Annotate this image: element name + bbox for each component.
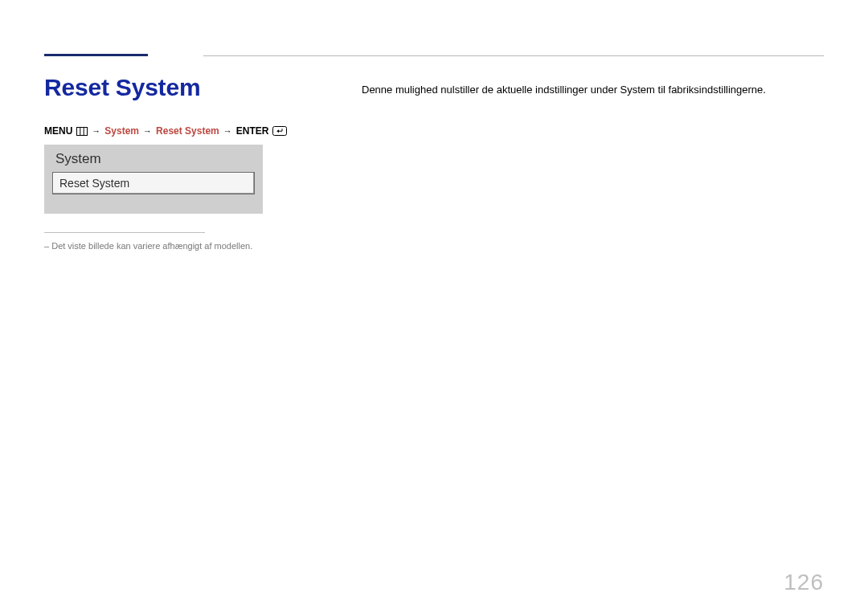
page-number: 126	[784, 570, 824, 595]
breadcrumb-arrow-icon: →	[92, 125, 100, 137]
accent-rule	[44, 54, 148, 56]
breadcrumb-arrow-icon: →	[223, 125, 232, 137]
page-title: Reset System	[44, 74, 200, 101]
top-rule	[203, 55, 824, 56]
menu-panel: System Reset System	[44, 145, 263, 214]
menu-item-reset-system[interactable]: Reset System	[52, 172, 255, 194]
footnote: Det viste billede kan variere afhængigt …	[44, 241, 252, 251]
breadcrumb-reset-system: Reset System	[156, 125, 219, 137]
enter-icon	[272, 126, 287, 136]
menu-panel-title: System	[55, 151, 255, 167]
body-text: Denne mulighed nulstiller de aktuelle in…	[362, 84, 766, 96]
breadcrumb-enter-label: ENTER	[236, 125, 269, 137]
svg-rect-0	[77, 127, 88, 135]
breadcrumb: MENU → System → Reset System → ENTER	[44, 125, 287, 137]
menu-icon	[76, 127, 88, 136]
manual-page: Reset System MENU → System → Reset Syste…	[0, 0, 868, 613]
breadcrumb-system: System	[104, 125, 139, 137]
breadcrumb-menu-label: MENU	[44, 125, 72, 137]
breadcrumb-arrow-icon: →	[143, 125, 152, 137]
footnote-rule	[44, 232, 205, 233]
